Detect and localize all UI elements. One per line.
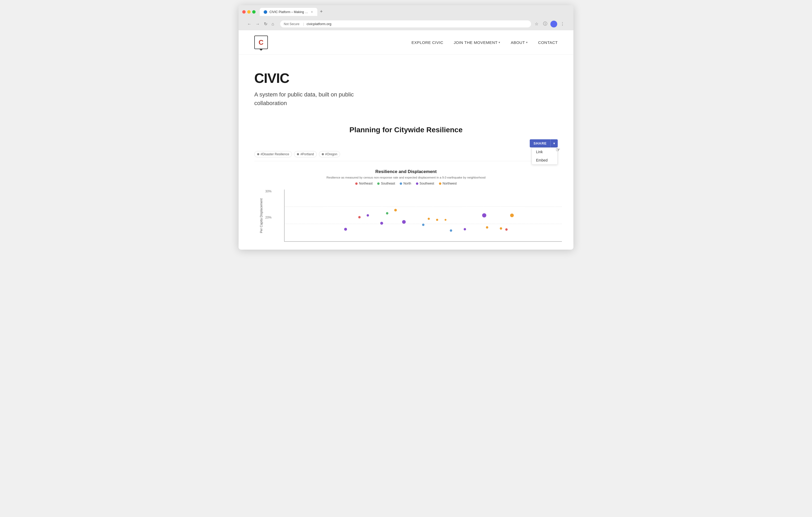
reload-button[interactable]: ↻ xyxy=(263,21,269,27)
y-tick-20: 20% xyxy=(265,216,273,219)
minimize-window-button[interactable] xyxy=(247,10,251,13)
legend-dot-northwest xyxy=(439,182,441,185)
legend-label-north: North xyxy=(403,182,411,185)
legend-label-northwest: Northwest xyxy=(443,182,457,185)
scatter-dot xyxy=(510,214,514,217)
section-title: Planning for Citywide Resilience xyxy=(254,126,558,134)
tag-label: #Disaster Resilience xyxy=(261,152,289,156)
share-dropdown-menu: Link Embed xyxy=(531,147,558,165)
chart-legend: Northeast Southeast North Southwest xyxy=(260,182,552,185)
legend-dot-northeast xyxy=(355,182,357,185)
address-separator: | xyxy=(303,22,304,26)
content-section: Planning for Citywide Resilience SHARE ▾… xyxy=(239,118,573,250)
nav-link-about[interactable]: ABOUT ▾ xyxy=(511,40,528,45)
bookmark-button[interactable]: ☆ xyxy=(533,20,540,27)
share-embed-option[interactable]: Embed xyxy=(532,156,557,164)
browser-actions: ☆ ⓘ ⋮ xyxy=(533,20,566,28)
chevron-down-icon: ▾ xyxy=(499,41,500,44)
legend-dot-north xyxy=(400,182,402,185)
scatter-plot xyxy=(284,189,562,242)
profile-button[interactable] xyxy=(550,21,557,27)
legend-northwest: Northwest xyxy=(439,182,457,185)
new-tab-button[interactable]: + xyxy=(318,8,325,16)
home-button[interactable]: ⌂ xyxy=(270,21,276,27)
close-window-button[interactable] xyxy=(242,10,245,13)
forward-button[interactable]: → xyxy=(254,21,261,27)
hero-subtitle: A system for public data, built on publi… xyxy=(254,90,385,108)
tab-close-button[interactable]: × xyxy=(310,10,314,14)
y-tick-30: 30% xyxy=(265,189,273,193)
chevron-down-icon: ▾ xyxy=(526,41,528,44)
website-content: C EXPLORE CIVIC JOIN THE MOVEMENT ▾ ABOU… xyxy=(239,30,573,250)
legend-dot-southeast xyxy=(377,182,380,185)
scatter-dot xyxy=(358,216,361,218)
hero-title: CIVIC xyxy=(254,70,558,86)
share-toolbar: SHARE ▾ Link Embed ☞ xyxy=(254,139,558,147)
chart-subtitle: Resilience as measured by census non-res… xyxy=(260,176,552,179)
tag-dot xyxy=(257,153,259,155)
browser-addressbar: ← → ↻ ⌂ Not Secure | civicplatform.org ☆… xyxy=(242,18,570,30)
browser-window: 🔵 CIVIC Platform – Making Public … × + ←… xyxy=(239,5,573,250)
tags-row: #Disaster Resilience #Portland #Oregon xyxy=(254,151,558,161)
legend-northeast: Northeast xyxy=(355,182,373,185)
chart-section: Resilience and Displacement Resilience a… xyxy=(254,166,558,242)
scatter-dot xyxy=(505,229,508,231)
chart-title: Resilience and Displacement xyxy=(260,169,552,174)
scatter-dot xyxy=(422,224,425,226)
maximize-window-button[interactable] xyxy=(252,10,256,13)
tag-label: #Oregon xyxy=(325,152,338,156)
scatter-dot xyxy=(380,222,383,224)
navbar: C EXPLORE CIVIC JOIN THE MOVEMENT ▾ ABOU… xyxy=(239,30,573,55)
scatter-dot xyxy=(436,219,438,221)
nav-links: EXPLORE CIVIC JOIN THE MOVEMENT ▾ ABOUT … xyxy=(411,40,558,45)
back-button[interactable]: ← xyxy=(246,21,253,27)
tag-disaster-resilience[interactable]: #Disaster Resilience xyxy=(254,151,292,157)
scatter-dot xyxy=(486,226,488,229)
tag-dot xyxy=(322,153,324,155)
scatter-dot xyxy=(367,214,369,217)
tab-bar: 🔵 CIVIC Platform – Making Public … × + xyxy=(260,8,325,16)
address-bar[interactable]: Not Secure | civicplatform.org xyxy=(280,20,531,27)
scatter-dot xyxy=(500,227,502,230)
legend-label-southeast: Southeast xyxy=(381,182,395,185)
legend-north: North xyxy=(400,182,411,185)
scatter-dot xyxy=(482,213,486,217)
tab-title: CIVIC Platform – Making Public … xyxy=(269,10,308,14)
traffic-lights xyxy=(242,10,256,13)
chart-area: Per Capita Displacement 30% 20% xyxy=(260,189,552,242)
share-link-option[interactable]: Link xyxy=(532,148,557,156)
legend-label-southwest: Southwest xyxy=(419,182,434,185)
info-button[interactable]: ⓘ xyxy=(542,20,549,28)
legend-dot-southwest xyxy=(416,182,418,185)
active-tab[interactable]: 🔵 CIVIC Platform – Making Public … × xyxy=(260,8,317,16)
browser-nav: ← → ↻ ⌂ xyxy=(246,21,276,27)
tag-label: #Portland xyxy=(300,152,314,156)
y-axis-label: Per Capita Displacement xyxy=(260,199,263,233)
legend-southwest: Southwest xyxy=(416,182,434,185)
scatter-dot xyxy=(464,228,466,230)
tab-favicon: 🔵 xyxy=(263,10,267,14)
secure-indicator: Not Secure xyxy=(284,22,299,26)
browser-titlebar: 🔵 CIVIC Platform – Making Public … × + ←… xyxy=(239,5,573,30)
tag-oregon[interactable]: #Oregon xyxy=(319,151,340,157)
legend-southeast: Southeast xyxy=(377,182,395,185)
logo-letter: C xyxy=(259,38,264,47)
nav-link-explore[interactable]: EXPLORE CIVIC xyxy=(411,40,443,45)
address-url: civicplatform.org xyxy=(307,22,331,26)
share-dropdown-toggle[interactable]: ▾ xyxy=(550,139,558,147)
legend-label-northeast: Northeast xyxy=(359,182,373,185)
menu-button[interactable]: ⋮ xyxy=(559,20,566,27)
tag-portland[interactable]: #Portland xyxy=(294,151,317,157)
scatter-dot xyxy=(450,229,452,232)
scatter-dot xyxy=(386,212,388,214)
logo-box: C xyxy=(254,35,268,49)
scatter-dot xyxy=(402,220,406,224)
logo[interactable]: C xyxy=(254,35,268,49)
scatter-dot xyxy=(444,219,446,221)
scatter-dot xyxy=(394,209,397,211)
share-button[interactable]: SHARE xyxy=(530,139,550,147)
nav-link-join[interactable]: JOIN THE MOVEMENT ▾ xyxy=(454,40,500,45)
nav-link-contact[interactable]: CONTACT xyxy=(538,40,558,45)
scatter-dot xyxy=(428,218,430,220)
scatter-dot xyxy=(344,227,347,231)
